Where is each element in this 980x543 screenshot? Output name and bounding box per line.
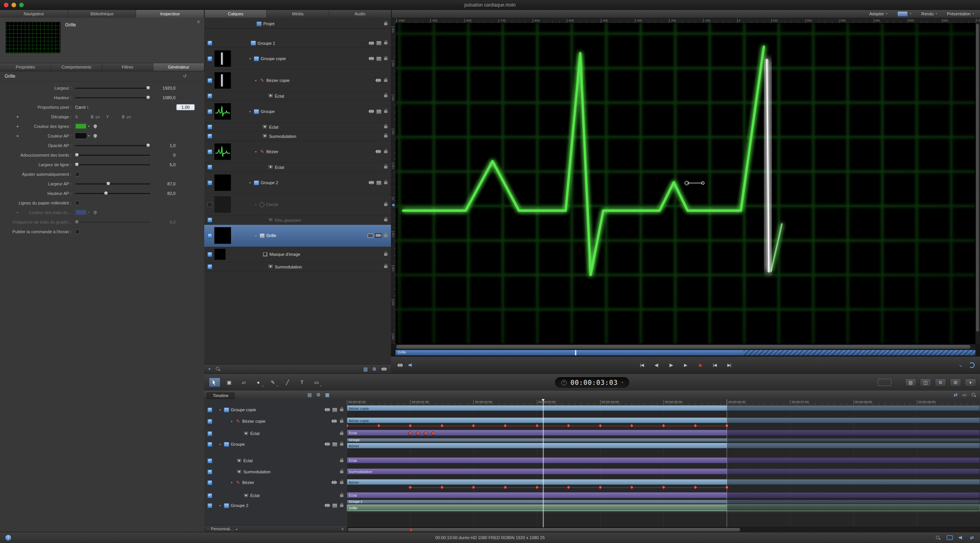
scrollbar-thumb[interactable] (348, 528, 740, 532)
text-tool[interactable]: T (296, 378, 308, 387)
swap-arrows-icon[interactable]: ⇄ (954, 393, 958, 397)
color-swatch[interactable] (75, 133, 87, 139)
keyframe-diamond[interactable] (599, 486, 602, 489)
parameter-value[interactable]: 0 (148, 153, 176, 157)
timeline-layer-row[interactable]: ▼ Groupe copie (204, 405, 347, 414)
popup-menu[interactable]: Carré ▴▾ (75, 105, 88, 110)
badge-icon[interactable] (332, 442, 337, 447)
play-button[interactable]: ▶ (681, 363, 690, 368)
layer-checkbox[interactable] (207, 124, 212, 129)
lock-icon[interactable] (384, 150, 387, 153)
timecode-display[interactable]: 00:00:03:03 ▾ (555, 377, 629, 388)
chevron-down-icon[interactable]: ▾ (88, 125, 90, 128)
layer-checkbox[interactable] (207, 180, 212, 185)
lock-icon[interactable] (384, 234, 387, 237)
keyframe-diamond[interactable] (630, 486, 633, 489)
play-reverse-button[interactable]: ◀| (652, 363, 661, 368)
lock-icon[interactable] (384, 219, 387, 221)
timeline-track[interactable]: Éclat (347, 457, 980, 463)
film-icon[interactable] (375, 233, 381, 238)
timeline-ruler[interactable]: 00:00:00:0000:00:01:0000:00:02:0000:00:0… (347, 399, 980, 406)
layer-checkbox[interactable] (207, 134, 212, 139)
film-icon[interactable] (324, 503, 330, 508)
keyframe-diamond[interactable] (662, 424, 665, 427)
layer-checkbox[interactable] (207, 503, 212, 508)
disclosure-triangle[interactable]: ▶ (17, 134, 21, 137)
timeline-track[interactable]: Bézier (347, 443, 980, 448)
track-bar[interactable]: Bézier copie (347, 417, 980, 423)
columns-icon[interactable]: ▥ (363, 367, 368, 371)
parameter-slider[interactable] (75, 95, 150, 100)
parameter-value[interactable]: 5,0 (148, 220, 176, 224)
disclosure-triangle[interactable]: ▼ (230, 420, 233, 423)
keyframe-diamond[interactable] (409, 486, 412, 489)
lock-icon[interactable] (340, 504, 343, 507)
film-icon[interactable] (375, 78, 381, 83)
playhead-marker-icon[interactable] (542, 399, 545, 401)
parameter-slider[interactable] (75, 86, 150, 90)
layer-checkbox[interactable] (207, 218, 212, 222)
track-bar[interactable]: Groupe 2 (347, 500, 980, 504)
keyframe-diamond[interactable] (693, 486, 696, 489)
go-to-start-button[interactable]: |◀ (638, 363, 646, 368)
lock-icon[interactable] (340, 409, 343, 411)
layer-row[interactable]: ▼ Groupe copie (204, 48, 391, 70)
media-button[interactable]: ◫ (920, 378, 931, 387)
keyframe-diamond[interactable] (472, 486, 475, 489)
stepper-icon[interactable]: ▴▾ (236, 528, 237, 530)
disclosure-triangle[interactable]: ▼ (249, 110, 252, 113)
lock-icon[interactable] (384, 166, 387, 168)
gear-icon[interactable]: ⚙ (372, 367, 376, 371)
timeline-layer-row[interactable]: ▼ ✎ Bézier (204, 478, 347, 487)
list-options-icon[interactable]: ≡ (341, 527, 344, 531)
disclosure-triangle[interactable]: ▼ (230, 481, 233, 484)
tab-générateur[interactable]: Générateur (153, 63, 204, 71)
disclosure-triangle[interactable]: ▶ (17, 211, 21, 214)
screen-icon[interactable] (368, 234, 373, 238)
line-tool[interactable]: ╱ (282, 378, 293, 387)
film-icon[interactable] (324, 407, 330, 412)
slider-handle[interactable] (75, 153, 79, 157)
chevron-down-icon[interactable]: ▾ (88, 211, 90, 214)
keyframe-diamond[interactable] (693, 424, 696, 427)
timeline-layer-row[interactable]: ▼ Groupe 2 (204, 501, 347, 510)
magnifier-icon[interactable] (971, 393, 976, 397)
display-icon[interactable] (947, 535, 953, 540)
layer-checkbox[interactable] (207, 202, 212, 207)
slider-handle[interactable] (104, 191, 108, 195)
zoom-bar-icon[interactable]: ▭ (962, 393, 967, 397)
parameter-value[interactable]: 5,0 (148, 162, 176, 167)
tab-inspecteur[interactable]: Inspecteur (136, 10, 204, 18)
parameter-slider[interactable] (75, 182, 150, 186)
layout-button[interactable]: ⊞ (950, 378, 961, 387)
previous-frame-button[interactable]: |▶ (667, 363, 675, 368)
canvas-vertical-scrollbar[interactable] (975, 23, 980, 344)
slider-handle[interactable] (107, 182, 110, 185)
layer-row[interactable]: ▼ Grille (204, 225, 391, 247)
track-bar[interactable]: Éclat (347, 430, 980, 436)
keyframe-diamond[interactable] (504, 486, 507, 489)
keyframe-diamond[interactable] (424, 432, 427, 435)
presentation-menu[interactable]: Présentation▾ (947, 11, 974, 16)
lock-icon[interactable] (384, 265, 387, 268)
layer-checkbox[interactable] (207, 93, 212, 98)
layer-checkbox[interactable] (207, 264, 212, 269)
y-value[interactable]: 0 (111, 114, 124, 119)
eyedropper-icon[interactable] (93, 133, 98, 138)
film-icon[interactable] (331, 480, 337, 485)
disclosure-triangle[interactable]: ▼ (254, 203, 258, 206)
gear-button[interactable]: ⚙ (935, 378, 946, 387)
slider-handle[interactable] (75, 163, 79, 166)
parameter-value[interactable]: 1.00 (177, 105, 194, 110)
color-control[interactable]: ▾ (75, 209, 97, 215)
zoom-preset-popup[interactable]: Personnal... (211, 527, 233, 531)
disclosure-triangle[interactable]: ▼ (254, 79, 258, 82)
tab-propriétés[interactable]: Propriétés (0, 63, 51, 71)
track-display-icon[interactable]: ▤ (307, 393, 312, 397)
parameter-checkbox[interactable] (75, 229, 80, 234)
lock-icon[interactable] (384, 135, 387, 137)
layer-row[interactable]: Surmodulation (204, 262, 391, 272)
track-bar[interactable]: Éclat (347, 492, 980, 498)
lock-icon[interactable] (384, 182, 387, 184)
timeline-layer-row[interactable]: Surmodulation (204, 467, 347, 476)
